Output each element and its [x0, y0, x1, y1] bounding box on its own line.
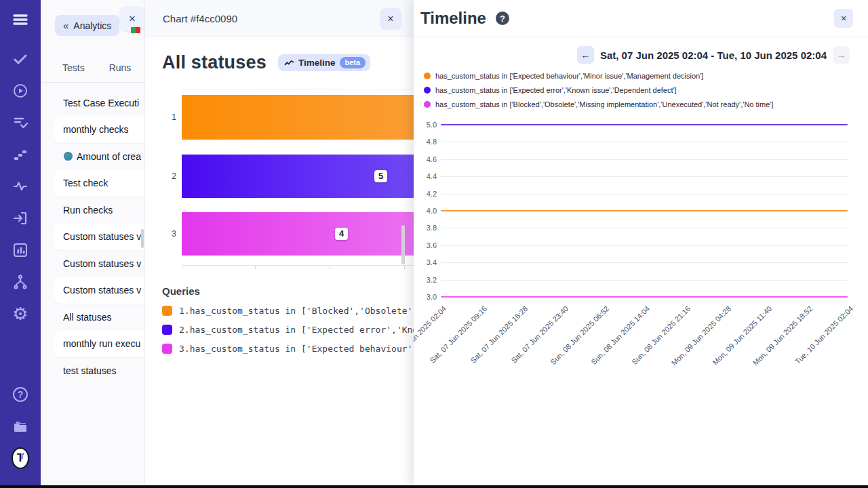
list-item-label: Run checks [63, 205, 113, 216]
next-range-button[interactable]: → [833, 46, 850, 64]
list-item[interactable]: Test Case Executi [41, 89, 144, 117]
tab-runs[interactable]: Runs [109, 62, 132, 73]
bar-value-label: 5 [374, 170, 387, 182]
chart-panel-header: Chart #f4cc0090 × [145, 0, 414, 37]
series-line[interactable] [441, 210, 848, 212]
gridline [441, 245, 848, 246]
series-line[interactable] [441, 296, 848, 298]
close-icon: × [129, 12, 136, 26]
play-circle-icon[interactable] [12, 82, 29, 100]
query-text: 1.has_custom_status in ['Blocked','Obsol… [179, 306, 414, 316]
chart-id-title: Chart #f4cc0090 [163, 13, 237, 24]
legend-item[interactable]: has_custom_status in ['Expected error','… [424, 86, 868, 94]
legend-dot [424, 87, 431, 94]
pulse-icon[interactable] [12, 178, 29, 195]
date-range-label: Sat, 07 Jun 2025 02:04 - Tue, 10 Jun 202… [600, 49, 827, 61]
query-text: 2.has_custom_status in ['Expected error'… [179, 325, 414, 335]
list-item[interactable]: Amount of crea [41, 143, 144, 170]
testomat-logo[interactable]: T [12, 449, 29, 467]
list-item[interactable]: All statuses [41, 304, 144, 331]
timeline-panel: Timeline ? × ← Sat, 07 Jun 2025 02:04 - … [414, 0, 868, 488]
bar-category-label: 1 [164, 113, 176, 122]
menu-icon[interactable] [12, 11, 29, 28]
y-axis-tick-label: 4.6 [416, 155, 437, 163]
app-sidebar: ⚙ ? T [0, 0, 41, 488]
gridline [441, 159, 848, 160]
legend-item[interactable]: has_custom_status in ['Blocked','Obsolet… [424, 100, 868, 108]
query-color-swatch [162, 306, 172, 316]
gridline [441, 194, 848, 195]
gridline [441, 142, 848, 142]
query-color-swatch [162, 344, 172, 354]
list-item-label: Test Case Executi [63, 98, 139, 108]
beta-tag: beta [340, 57, 366, 68]
y-axis-tick-label: 4.0 [416, 207, 437, 215]
collapse-chevrons-icon: « [63, 20, 68, 31]
analytics-list: Test Case Executimonthly checksAmount of… [41, 83, 144, 384]
analytics-collapse-button[interactable]: « Analytics [55, 15, 119, 36]
list-item[interactable]: Custom statuses v [54, 277, 144, 304]
list-scrollbar[interactable] [141, 229, 144, 248]
list-item-label: Custom statuses v [63, 258, 141, 269]
y-axis-tick-label: 3.6 [416, 241, 437, 249]
analytics-panel-header: « Analytics × Tests Runs [41, 0, 144, 83]
timeline-beta-button[interactable]: Timeline beta [278, 54, 370, 71]
list-item[interactable]: Custom statuses v [54, 224, 144, 251]
line-chart-icon [284, 59, 294, 67]
page-title: All statuses [162, 52, 267, 73]
arrow-right-icon: → [837, 49, 846, 60]
legend-item[interactable]: has_custom_status in ['Expected behaviou… [424, 72, 868, 80]
tab-tests[interactable]: Tests [62, 62, 85, 73]
list-item-label: test statuses [63, 365, 117, 376]
branch-icon[interactable] [12, 273, 29, 291]
analytics-tabs: Tests Runs [62, 62, 131, 73]
bar-segment[interactable]: 4 [182, 212, 414, 256]
chart-close-button[interactable]: × [380, 8, 401, 30]
help-circle-icon[interactable]: ? [496, 12, 509, 25]
list-item[interactable]: Run checks [41, 197, 144, 224]
date-range-row: ← Sat, 07 Jun 2025 02:04 - Tue, 10 Jun 2… [414, 37, 868, 64]
prev-range-button[interactable]: ← [577, 46, 594, 64]
gridline [441, 176, 848, 177]
queries-list: 1.has_custom_status in ['Blocked','Obsol… [162, 306, 414, 354]
y-axis-tick-label: 4.2 [416, 190, 437, 198]
legend-label: has_custom_status in ['Expected error','… [435, 86, 677, 94]
list-item-label: Custom statuses v [63, 285, 141, 296]
bar-category-label: 3 [164, 229, 176, 239]
list-item[interactable]: monthly run execu [54, 331, 144, 358]
bar-segment[interactable] [182, 95, 414, 140]
check-icon[interactable] [12, 50, 29, 68]
queries-title: Queries [162, 285, 414, 297]
analytics-panel: « Analytics × Tests Runs Test Case Execu… [41, 0, 145, 488]
statuses-bar-chart: 15243 [182, 89, 414, 269]
series-line[interactable] [441, 124, 848, 126]
timeline-close-button[interactable]: × [834, 9, 853, 28]
bar-chart-icon[interactable] [12, 241, 29, 259]
timeline-legend: has_custom_status in ['Expected behaviou… [414, 64, 868, 108]
legend-dot [424, 73, 431, 79]
window-bottom-edge [0, 485, 868, 488]
gear-icon[interactable]: ⚙ [12, 305, 29, 323]
list-item[interactable]: Test check [54, 170, 144, 197]
globe-icon [63, 151, 73, 161]
steps-icon[interactable] [12, 146, 29, 163]
favicon-flag-icon [131, 27, 140, 33]
list-item[interactable]: Custom statuses v [41, 250, 144, 277]
list-item[interactable]: monthly checks [54, 117, 144, 144]
bar-segment[interactable]: 5 [182, 155, 414, 198]
y-axis-tick-label: 3.4 [416, 258, 437, 266]
gridline [441, 228, 848, 228]
folders-icon[interactable] [12, 418, 29, 435]
query-row: 1.has_custom_status in ['Blocked','Obsol… [162, 306, 414, 316]
timeline-plot-area: 5.04.84.64.44.24.03.83.63.43.23.0 [441, 125, 848, 297]
list-check-icon[interactable] [12, 114, 29, 131]
query-row: 3.has_custom_status in ['Expected behavi… [162, 344, 414, 354]
chart-panel-scrollbar[interactable] [401, 225, 405, 264]
chart-detail-panel: Chart #f4cc0090 × All statuses Timeline … [145, 0, 414, 488]
list-item-label: All statuses [63, 312, 112, 323]
list-item[interactable]: test statuses [41, 357, 144, 384]
import-icon[interactable] [12, 209, 29, 227]
help-icon[interactable]: ? [12, 386, 29, 403]
close-icon: × [841, 13, 846, 24]
timeline-badge-label: Timeline [298, 58, 336, 68]
